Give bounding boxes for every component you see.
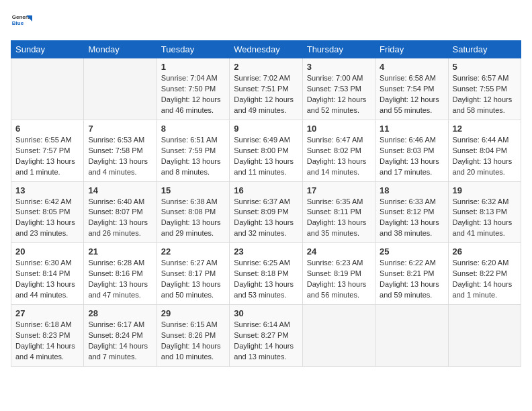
- calendar-cell: 25Sunrise: 6:22 AM Sunset: 8:21 PM Dayli…: [375, 243, 448, 305]
- day-number: 14: [88, 185, 152, 195]
- weekday-header-row: SundayMondayTuesdayWednesdayThursdayFrid…: [11, 41, 521, 58]
- day-info: Sunrise: 6:37 AM Sunset: 8:09 PM Dayligh…: [234, 197, 298, 240]
- day-info: Sunrise: 6:55 AM Sunset: 7:57 PM Dayligh…: [15, 135, 79, 178]
- day-number: 3: [307, 62, 371, 72]
- day-number: 25: [380, 246, 443, 257]
- day-number: 22: [161, 246, 225, 257]
- logo-icon: General Blue: [11, 11, 32, 32]
- day-number: 8: [161, 124, 225, 134]
- day-info: Sunrise: 6:14 AM Sunset: 8:27 PM Dayligh…: [234, 320, 298, 363]
- weekday-header-tuesday: Tuesday: [157, 41, 229, 58]
- calendar-cell: 21Sunrise: 6:28 AM Sunset: 8:16 PM Dayli…: [84, 243, 157, 305]
- calendar-week-5: 27Sunrise: 6:18 AM Sunset: 8:23 PM Dayli…: [11, 305, 521, 367]
- day-number: 23: [234, 246, 298, 257]
- calendar-body: 1Sunrise: 7:04 AM Sunset: 7:50 PM Daylig…: [11, 58, 521, 367]
- calendar-cell: 20Sunrise: 6:30 AM Sunset: 8:14 PM Dayli…: [11, 243, 84, 305]
- calendar-cell: 2Sunrise: 7:02 AM Sunset: 7:51 PM Daylig…: [230, 58, 302, 120]
- day-info: Sunrise: 6:23 AM Sunset: 8:19 PM Dayligh…: [307, 258, 371, 301]
- calendar-cell: 7Sunrise: 6:53 AM Sunset: 7:58 PM Daylig…: [84, 120, 157, 181]
- calendar-cell: 4Sunrise: 6:58 AM Sunset: 7:54 PM Daylig…: [375, 58, 448, 120]
- day-info: Sunrise: 6:46 AM Sunset: 8:03 PM Dayligh…: [380, 135, 443, 178]
- day-number: 10: [307, 124, 371, 134]
- day-info: Sunrise: 6:53 AM Sunset: 7:58 PM Dayligh…: [88, 135, 152, 178]
- day-info: Sunrise: 6:42 AM Sunset: 8:05 PM Dayligh…: [15, 197, 79, 240]
- day-info: Sunrise: 6:47 AM Sunset: 8:02 PM Dayligh…: [307, 135, 371, 178]
- calendar-cell: [11, 58, 84, 120]
- day-info: Sunrise: 7:02 AM Sunset: 7:51 PM Dayligh…: [234, 73, 298, 116]
- day-number: 6: [15, 124, 79, 134]
- day-info: Sunrise: 6:49 AM Sunset: 8:00 PM Dayligh…: [234, 135, 298, 178]
- calendar-cell: 18Sunrise: 6:33 AM Sunset: 8:12 PM Dayli…: [375, 181, 448, 243]
- day-info: Sunrise: 6:58 AM Sunset: 7:54 PM Dayligh…: [380, 73, 443, 116]
- day-number: 2: [234, 62, 298, 72]
- day-number: 19: [453, 185, 517, 195]
- svg-text:Blue: Blue: [12, 20, 24, 26]
- day-number: 12: [453, 124, 517, 134]
- day-info: Sunrise: 6:38 AM Sunset: 8:08 PM Dayligh…: [161, 197, 225, 240]
- day-number: 17: [307, 185, 371, 195]
- calendar-week-1: 1Sunrise: 7:04 AM Sunset: 7:50 PM Daylig…: [11, 58, 521, 120]
- day-info: Sunrise: 6:30 AM Sunset: 8:14 PM Dayligh…: [15, 258, 79, 301]
- calendar-cell: 12Sunrise: 6:44 AM Sunset: 8:04 PM Dayli…: [448, 120, 521, 181]
- weekday-header-wednesday: Wednesday: [230, 41, 302, 58]
- day-info: Sunrise: 7:00 AM Sunset: 7:53 PM Dayligh…: [307, 73, 371, 116]
- day-number: 30: [234, 308, 298, 318]
- weekday-header-friday: Friday: [375, 41, 448, 58]
- day-number: 16: [234, 185, 298, 195]
- calendar-cell: 6Sunrise: 6:55 AM Sunset: 7:57 PM Daylig…: [11, 120, 84, 181]
- day-info: Sunrise: 6:32 AM Sunset: 8:13 PM Dayligh…: [453, 197, 517, 240]
- calendar-cell: 15Sunrise: 6:38 AM Sunset: 8:08 PM Dayli…: [157, 181, 229, 243]
- day-number: 27: [15, 308, 79, 318]
- day-info: Sunrise: 6:35 AM Sunset: 8:11 PM Dayligh…: [307, 197, 371, 240]
- day-number: 7: [88, 124, 152, 134]
- calendar-cell: 1Sunrise: 7:04 AM Sunset: 7:50 PM Daylig…: [157, 58, 229, 120]
- day-info: Sunrise: 6:57 AM Sunset: 7:55 PM Dayligh…: [453, 73, 517, 116]
- calendar-cell: [84, 58, 157, 120]
- calendar-cell: 16Sunrise: 6:37 AM Sunset: 8:09 PM Dayli…: [230, 181, 302, 243]
- calendar-cell: 19Sunrise: 6:32 AM Sunset: 8:13 PM Dayli…: [448, 181, 521, 243]
- day-info: Sunrise: 6:15 AM Sunset: 8:26 PM Dayligh…: [161, 320, 225, 363]
- day-info: Sunrise: 6:28 AM Sunset: 8:16 PM Dayligh…: [88, 258, 152, 301]
- calendar-cell: 14Sunrise: 6:40 AM Sunset: 8:07 PM Dayli…: [84, 181, 157, 243]
- day-number: 24: [307, 246, 371, 257]
- day-number: 20: [15, 246, 79, 257]
- calendar-cell: [448, 305, 521, 367]
- calendar-cell: 23Sunrise: 6:25 AM Sunset: 8:18 PM Dayli…: [230, 243, 302, 305]
- calendar-cell: 22Sunrise: 6:27 AM Sunset: 8:17 PM Dayli…: [157, 243, 229, 305]
- calendar-cell: 30Sunrise: 6:14 AM Sunset: 8:27 PM Dayli…: [230, 305, 302, 367]
- day-number: 29: [161, 308, 225, 318]
- day-info: Sunrise: 6:25 AM Sunset: 8:18 PM Dayligh…: [234, 258, 298, 301]
- day-number: 11: [380, 124, 443, 134]
- calendar-cell: [302, 305, 375, 367]
- weekday-header-thursday: Thursday: [302, 41, 375, 58]
- calendar-week-2: 6Sunrise: 6:55 AM Sunset: 7:57 PM Daylig…: [11, 120, 521, 181]
- day-number: 13: [15, 185, 79, 195]
- calendar-cell: 27Sunrise: 6:18 AM Sunset: 8:23 PM Dayli…: [11, 305, 84, 367]
- calendar-cell: 17Sunrise: 6:35 AM Sunset: 8:11 PM Dayli…: [302, 181, 375, 243]
- calendar-cell: 8Sunrise: 6:51 AM Sunset: 7:59 PM Daylig…: [157, 120, 229, 181]
- day-number: 9: [234, 124, 298, 134]
- calendar-cell: 28Sunrise: 6:17 AM Sunset: 8:24 PM Dayli…: [84, 305, 157, 367]
- calendar-cell: 11Sunrise: 6:46 AM Sunset: 8:03 PM Dayli…: [375, 120, 448, 181]
- calendar-cell: 9Sunrise: 6:49 AM Sunset: 8:00 PM Daylig…: [230, 120, 302, 181]
- calendar-cell: 3Sunrise: 7:00 AM Sunset: 7:53 PM Daylig…: [302, 58, 375, 120]
- calendar-cell: 10Sunrise: 6:47 AM Sunset: 8:02 PM Dayli…: [302, 120, 375, 181]
- day-info: Sunrise: 6:20 AM Sunset: 8:22 PM Dayligh…: [453, 258, 517, 301]
- day-info: Sunrise: 6:17 AM Sunset: 8:24 PM Dayligh…: [88, 320, 152, 363]
- day-number: 5: [453, 62, 517, 72]
- day-info: Sunrise: 6:33 AM Sunset: 8:12 PM Dayligh…: [380, 197, 443, 240]
- weekday-header-saturday: Saturday: [448, 41, 521, 58]
- day-number: 15: [161, 185, 225, 195]
- weekday-header-monday: Monday: [84, 41, 157, 58]
- page-header: General Blue: [11, 11, 521, 32]
- day-info: Sunrise: 6:51 AM Sunset: 7:59 PM Dayligh…: [161, 135, 225, 178]
- calendar-cell: 26Sunrise: 6:20 AM Sunset: 8:22 PM Dayli…: [448, 243, 521, 305]
- logo: General Blue: [11, 11, 32, 32]
- day-number: 26: [453, 246, 517, 257]
- day-info: Sunrise: 6:27 AM Sunset: 8:17 PM Dayligh…: [161, 258, 225, 301]
- calendar-cell: 24Sunrise: 6:23 AM Sunset: 8:19 PM Dayli…: [302, 243, 375, 305]
- day-info: Sunrise: 6:22 AM Sunset: 8:21 PM Dayligh…: [380, 258, 443, 301]
- calendar-cell: 29Sunrise: 6:15 AM Sunset: 8:26 PM Dayli…: [157, 305, 229, 367]
- day-number: 1: [161, 62, 225, 72]
- day-info: Sunrise: 6:18 AM Sunset: 8:23 PM Dayligh…: [15, 320, 79, 363]
